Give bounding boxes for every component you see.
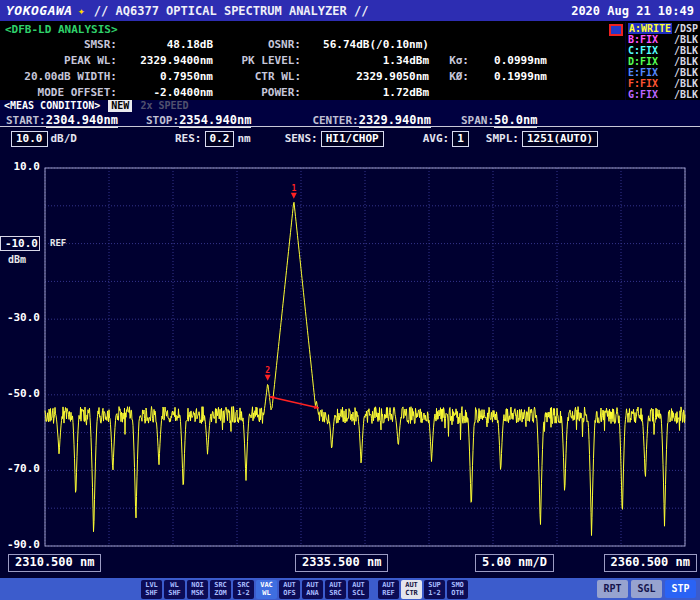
meas-field-label: START: — [6, 114, 46, 127]
softkey-label-line2: ZOM — [210, 589, 231, 597]
analysis-label: CTR WL: — [213, 69, 301, 85]
meas-field-span: SPAN:50.0nm — [461, 112, 537, 127]
trace-row-a[interactable]: A:WRITE/DSP — [626, 23, 700, 34]
record-status-indicator — [609, 24, 623, 36]
res-value[interactable]: 0.2 — [205, 131, 235, 147]
softkey-vac-wl[interactable]: VACWL — [256, 580, 277, 599]
analysis-label: SMSR: — [5, 37, 117, 53]
meas-field-value[interactable]: 2354.940nm — [179, 113, 251, 128]
trace-row-g[interactable]: G:FIX/BLK — [626, 89, 700, 100]
trace-row-c[interactable]: C:FIX/BLK — [626, 45, 700, 56]
osa-screen: YOKOGAWA ✦ // AQ6377 OPTICAL SPECTRUM AN… — [0, 0, 700, 600]
trace-display-mode: /BLK — [674, 67, 698, 78]
datetime-display: 2020 Aug 21 10:49 — [571, 4, 694, 18]
analysis-value: 48.18dB — [117, 37, 213, 53]
softkey-noi-msk[interactable]: NOIMSK — [187, 580, 208, 599]
analysis-panel-title: <DFB-LD ANALYSIS> — [5, 23, 625, 37]
y-unit-label: dBm — [8, 254, 26, 265]
softkey-label-line2: SCL — [348, 589, 369, 597]
softkey-label-line1: VAC — [256, 581, 277, 589]
softkey-smo-oth[interactable]: SMOOTH — [447, 580, 468, 599]
dfb-ld-analysis-panel: <DFB-LD ANALYSIS> SMSR:48.18dBOSNR:56.74… — [0, 22, 625, 100]
trace-name: C:FIX — [628, 45, 658, 56]
softkey-label-line1: AUT — [325, 581, 346, 589]
run-key-stp[interactable]: STP — [665, 580, 696, 598]
avg-value[interactable]: 1 — [452, 131, 469, 147]
softkey-label-line2: MSK — [187, 589, 208, 597]
window-title: // AQ6377 OPTICAL SPECTRUM ANALYZER // — [94, 4, 369, 18]
softkey-aut-ofs[interactable]: AUTOFS — [279, 580, 300, 599]
analysis-label: PEAK WL: — [5, 53, 117, 69]
titlebar: YOKOGAWA ✦ // AQ6377 OPTICAL SPECTRUM AN… — [0, 0, 700, 22]
analysis-value: 2329.9050nm — [301, 69, 429, 85]
spectrum-plot: 12 — [0, 150, 700, 560]
y-tick-label: -50.0 — [0, 387, 40, 402]
softkey-aut-scl[interactable]: AUTSCL — [348, 580, 369, 599]
softkey-label-line2: SHF — [141, 589, 162, 597]
softkey-label-line1: NOI — [187, 581, 208, 589]
softkey-label-line1: WL — [164, 581, 185, 589]
yokogawa-logo-mark: ✦ — [78, 4, 85, 18]
level-scale-value[interactable]: 10.0 — [11, 131, 48, 147]
ref-label: REF — [50, 238, 66, 248]
meas-field-label: CENTER: — [312, 114, 358, 127]
y-tick-label: -30.0 — [0, 311, 40, 326]
run-key-sgl[interactable]: SGL — [631, 580, 662, 598]
softkey-label-line1: AUT — [401, 581, 422, 589]
meas-field-stop: STOP:2354.940nm — [146, 112, 251, 127]
softkey-label-line1: SMO — [447, 581, 468, 589]
meas-field-value[interactable]: 2329.940nm — [359, 113, 431, 128]
softkey-label-line1: AUT — [302, 581, 323, 589]
analysis-row: SMSR:48.18dBOSNR:56.74dB(/0.10nm) — [5, 37, 625, 53]
sweep-settings-bar: 10.0 dB/D RES: 0.2 nm SENS: HI1/CHOP AVG… — [0, 128, 700, 149]
y-tick-label: 10.0 — [0, 160, 40, 175]
trace-name: F:FIX — [628, 78, 658, 89]
softkey-aut-ana[interactable]: AUTANA — [302, 580, 323, 599]
softkey-label-line2: ANA — [302, 589, 323, 597]
analysis-value: 0.0999nm — [469, 53, 547, 69]
softkey-aut-ref[interactable]: AUTREF — [378, 580, 399, 599]
new-badge: NEW — [108, 100, 132, 112]
analysis-value: 0.7950nm — [117, 69, 213, 85]
res-unit: nm — [237, 132, 250, 145]
sens-value[interactable]: HI1/CHOP — [321, 131, 384, 147]
softkey-wl-shf[interactable]: WLSHF — [164, 580, 185, 599]
trace-display-mode: /BLK — [674, 45, 698, 56]
softkey-aut-ctr[interactable]: AUTCTR — [401, 580, 422, 599]
softkey-label-line1: SUP — [424, 581, 445, 589]
analysis-label: PK LEVEL: — [213, 53, 301, 69]
softkey-src-zom[interactable]: SRCZOM — [210, 580, 231, 599]
meas-field-value[interactable]: 50.0nm — [494, 113, 537, 128]
softkey-lvl-shf[interactable]: LVLSHF — [141, 580, 162, 599]
yokogawa-logo: YOKOGAWA — [6, 3, 73, 18]
softkey-sup-1-2[interactable]: SUP1-2 — [424, 580, 445, 599]
analysis-label: KØ: — [429, 69, 469, 85]
analysis-row: 20.00dB WIDTH:0.7950nmCTR WL:2329.9050nm… — [5, 69, 625, 85]
x-label-left: 2310.500 nm — [8, 554, 101, 572]
softkey-label-line2: REF — [378, 589, 399, 597]
trace-name: B:FIX — [628, 34, 658, 45]
analysis-label: OSNR: — [213, 37, 301, 53]
trace-row-b[interactable]: B:FIX/BLK — [626, 34, 700, 45]
smpl-label: SMPL: — [486, 132, 519, 145]
softkey-label-line1: SRC — [233, 581, 254, 589]
trace-name: D:FIX — [628, 56, 658, 67]
x-label-right: 2360.500 nm — [604, 554, 697, 572]
softkey-label-line2: SHF — [164, 589, 185, 597]
trace-display-mode: /BLK — [674, 78, 698, 89]
smpl-value[interactable]: 1251(AUTO) — [522, 131, 598, 147]
softkey-aut-src[interactable]: AUTSRC — [325, 580, 346, 599]
svg-text:1: 1 — [291, 184, 296, 193]
res-label: RES: — [175, 132, 202, 145]
softkey-src-1-2[interactable]: SRC1-2 — [233, 580, 254, 599]
meas-field-center: CENTER:2329.940nm — [312, 112, 431, 127]
softkey-label-line1: AUT — [348, 581, 369, 589]
trace-row-e[interactable]: E:FIX/BLK — [626, 67, 700, 78]
meas-field-value[interactable]: 2304.940nm — [46, 113, 118, 128]
softkey-label-line2: OTH — [447, 589, 468, 597]
softkey-group: LVLSHFWLSHFNOIMSKSRCZOMSRC1-2VACWLAUTOFS… — [141, 580, 468, 599]
run-key-rpt[interactable]: RPT — [597, 580, 628, 598]
trace-row-f[interactable]: F:FIX/BLK — [626, 78, 700, 89]
trace-display-mode: /DSP — [674, 23, 698, 34]
trace-row-d[interactable]: D:FIX/BLK — [626, 56, 700, 67]
